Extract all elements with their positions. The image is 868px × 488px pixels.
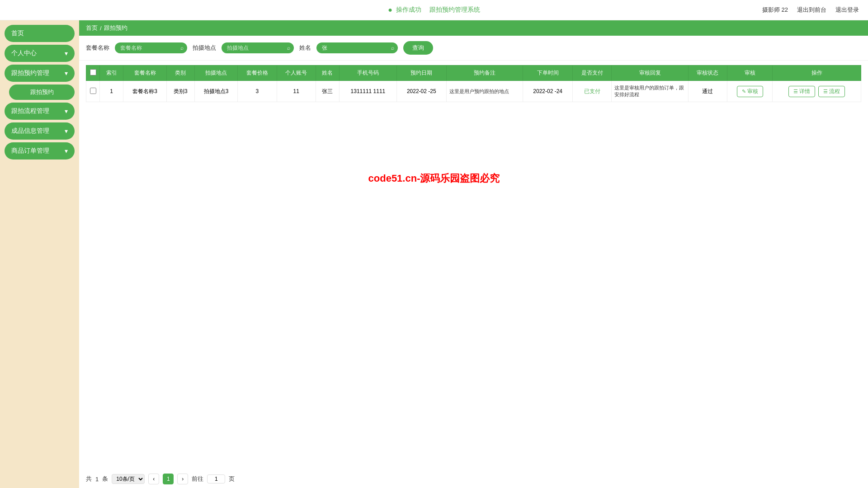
pagination-bar: 共 1 条 10条/页 20条/页 ‹ 1 › 前往 页 xyxy=(79,470,868,488)
header-location: 拍摄地点 xyxy=(194,66,238,81)
row-reply: 这里是审核用户的跟拍订单，跟安排好流程 xyxy=(612,81,689,102)
top-bar-center: ● 操作成功 跟拍预约管理系统 xyxy=(388,6,480,14)
content-area: 首页 / 跟拍预约 套餐名称 ⌕ 拍摄地点 ⌕ 姓名 ⌕ 查询 xyxy=(79,20,868,488)
header-index: 索引 xyxy=(100,66,123,81)
header-category: 类别 xyxy=(166,66,194,81)
detail-btn-0[interactable]: ☰ 详情 xyxy=(788,86,815,97)
row-location: 拍摄地点3 xyxy=(194,81,238,102)
header-name: 姓名 xyxy=(316,66,339,81)
row-category: 类别3 xyxy=(166,81,194,102)
sidebar-order-mgmt-btn[interactable]: 商品订单管理 ▾ xyxy=(5,142,75,160)
select-all-checkbox[interactable] xyxy=(90,69,96,75)
sidebar-booking-mgmt-arrow: ▾ xyxy=(65,70,68,77)
goto-label: 前往 xyxy=(192,475,203,483)
row-index: 1 xyxy=(100,81,123,102)
sidebar-order-label: 商品订单管理 xyxy=(11,147,49,155)
sidebar-personal-label: 个人中心 xyxy=(11,49,37,57)
sidebar-booking-sub-btn[interactable]: 跟拍预约 xyxy=(9,84,75,100)
row-paid: 已支付 xyxy=(573,81,612,102)
sidebar-order-arrow: ▾ xyxy=(65,147,68,155)
search-button[interactable]: 查询 xyxy=(403,41,433,55)
sidebar-personal-arrow: ▾ xyxy=(65,50,68,57)
sidebar-personal-btn[interactable]: 个人中心 ▾ xyxy=(5,45,75,62)
row-name: 张三 xyxy=(316,81,339,102)
row-order-time: 2022-02 -24 xyxy=(523,81,573,102)
row-review-cell: ✎ 审核 xyxy=(727,81,773,102)
success-icon: ● xyxy=(388,6,392,14)
page-1-btn[interactable]: 1 xyxy=(163,474,174,484)
process-btn-0[interactable]: ☰ 流程 xyxy=(818,86,845,97)
row-date: 2022-02 -25 xyxy=(396,81,446,102)
page-size-select[interactable]: 10条/页 20条/页 xyxy=(112,474,145,484)
name-input-wrap: ⌕ xyxy=(316,42,398,53)
top-bar-right: 摄影师 22 退出到前台 退出登录 xyxy=(762,6,859,14)
location-input-wrap: ⌕ xyxy=(222,42,294,53)
header-paid: 是否支付 xyxy=(573,66,612,81)
sidebar-home-btn[interactable]: 首页 xyxy=(5,25,75,42)
location-label: 拍摄地点 xyxy=(193,44,216,52)
header-phone: 手机号码 xyxy=(340,66,397,81)
row-account: 11 xyxy=(277,81,316,102)
name-search-input[interactable] xyxy=(316,42,398,53)
row-phone: 1311111 1111 xyxy=(340,81,397,102)
header-order-time: 下单时间 xyxy=(523,66,573,81)
header-status: 审核状态 xyxy=(688,66,727,81)
row-checkbox-0[interactable] xyxy=(90,88,96,94)
package-label: 套餐名称 xyxy=(86,44,109,52)
sidebar-result-label: 成品信息管理 xyxy=(11,127,49,135)
detail-icon: ☰ xyxy=(793,89,798,94)
table-wrap: 索引 套餐名称 类别 拍摄地点 套餐价格 个人账号 姓名 手机号码 预约日期 预… xyxy=(79,61,868,470)
row-note: 这里是用户预约跟拍的地点 xyxy=(446,81,523,102)
header-checkbox-cell xyxy=(86,66,100,81)
review-btn-0[interactable]: ✎ 审核 xyxy=(737,86,763,97)
search-bar: 套餐名称 ⌕ 拍摄地点 ⌕ 姓名 ⌕ 查询 xyxy=(79,36,868,61)
total-count: 1 xyxy=(95,476,99,483)
row-package-name: 套餐名称3 xyxy=(123,81,167,102)
row-status: 通过 xyxy=(688,81,727,102)
edit-icon: ✎ xyxy=(742,89,746,94)
prev-page-btn[interactable]: ‹ xyxy=(148,474,159,484)
sidebar-booking-mgmt-btn[interactable]: 跟拍预约管理 ▾ xyxy=(5,65,75,82)
total-unit: 条 xyxy=(102,475,108,483)
success-text: 操作成功 xyxy=(396,6,421,14)
header-account: 个人账号 xyxy=(277,66,316,81)
sidebar-process-label: 跟拍流程管理 xyxy=(11,107,49,115)
sidebar-result-mgmt-btn[interactable]: 成品信息管理 ▾ xyxy=(5,122,75,140)
detail-btn-label: 详情 xyxy=(799,88,810,95)
sidebar: 首页 个人中心 ▾ 跟拍预约管理 ▾ 跟拍预约 跟拍流程管理 ▾ 成品信息管理 … xyxy=(0,20,79,488)
sidebar-result-arrow: ▾ xyxy=(65,127,68,135)
breadcrumb-home[interactable]: 首页 xyxy=(86,24,98,32)
header-reply: 审核回复 xyxy=(612,66,689,81)
next-page-btn[interactable]: › xyxy=(177,474,188,484)
breadcrumb-current: 跟拍预约 xyxy=(104,24,127,32)
sidebar-process-arrow: ▾ xyxy=(65,108,68,115)
row-checkbox-cell xyxy=(86,81,100,102)
header-note: 预约备注 xyxy=(446,66,523,81)
top-bar: ● 操作成功 跟拍预约管理系统 摄影师 22 退出到前台 退出登录 xyxy=(0,0,868,20)
header-price: 套餐价格 xyxy=(238,66,277,81)
package-input-wrap: ⌕ xyxy=(115,42,187,53)
logout-link[interactable]: 退出登录 xyxy=(835,6,859,14)
breadcrumb: 首页 / 跟拍预约 xyxy=(79,20,868,36)
breadcrumb-separator: / xyxy=(100,25,102,32)
header-date: 预约日期 xyxy=(396,66,446,81)
goto-input[interactable] xyxy=(207,474,225,483)
system-title: 跟拍预约管理系统 xyxy=(429,6,480,14)
sidebar-process-mgmt-btn[interactable]: 跟拍流程管理 ▾ xyxy=(5,103,75,120)
sidebar-booking-mgmt-label: 跟拍预约管理 xyxy=(11,69,49,77)
location-search-input[interactable] xyxy=(222,42,294,53)
review-btn-label: 审核 xyxy=(747,88,758,95)
header-action: 操作 xyxy=(773,66,861,81)
process-btn-label: 流程 xyxy=(829,88,840,95)
row-action-cell: ☰ 详情 ☰ 流程 xyxy=(773,81,861,102)
header-review: 审核 xyxy=(727,66,773,81)
row-price: 3 xyxy=(238,81,277,102)
page-unit: 页 xyxy=(229,475,235,483)
back-to-frontend-link[interactable]: 退出到前台 xyxy=(797,6,826,14)
main-layout: 首页 个人中心 ▾ 跟拍预约管理 ▾ 跟拍预约 跟拍流程管理 ▾ 成品信息管理 … xyxy=(0,20,868,488)
booking-table: 索引 套餐名称 类别 拍摄地点 套餐价格 个人账号 姓名 手机号码 预约日期 预… xyxy=(86,65,861,102)
header-package-name: 套餐名称 xyxy=(123,66,167,81)
package-search-input[interactable] xyxy=(115,42,187,53)
user-name: 摄影师 22 xyxy=(762,6,788,14)
name-label: 姓名 xyxy=(299,44,311,52)
